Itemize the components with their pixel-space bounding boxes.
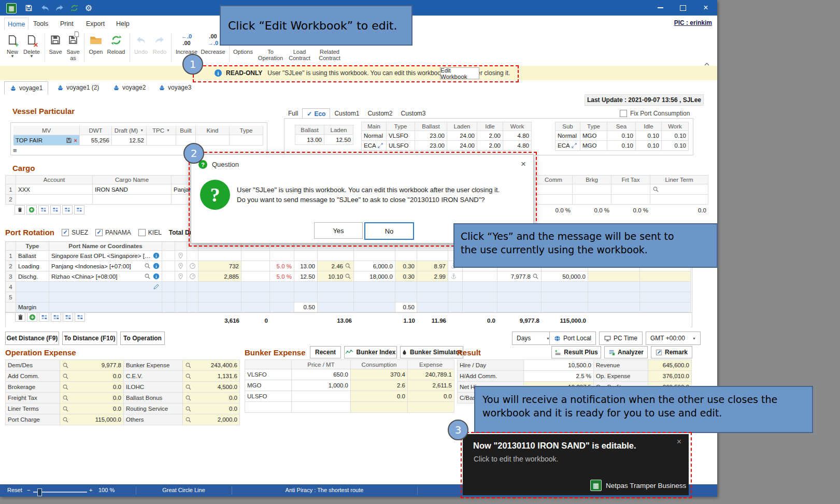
notification-close-icon[interactable]: × xyxy=(677,437,681,447)
result-plus-button[interactable]: Result Plus xyxy=(551,346,601,358)
edit-workbook-button[interactable]: Edit Workbook xyxy=(440,67,479,79)
vessel-kind-cell[interactable] xyxy=(196,135,230,146)
sub-cell[interactable]: 0.10 xyxy=(662,131,689,141)
cell[interactable] xyxy=(395,282,417,292)
panama-checkbox[interactable]: ✓PANAMA xyxy=(95,229,131,236)
cell[interactable] xyxy=(448,271,463,282)
cell[interactable]: 0.50 xyxy=(294,303,318,312)
sub-cell[interactable]: 0.10 xyxy=(636,141,662,151)
main-cell[interactable]: 4.80 xyxy=(503,141,532,151)
cell[interactable] xyxy=(16,292,49,303)
fuel-tab-full[interactable]: Full xyxy=(284,108,302,118)
cell[interactable] xyxy=(417,251,448,261)
close-button[interactable]: × xyxy=(694,0,717,16)
minimize-button[interactable] xyxy=(649,0,672,16)
save-as-button[interactable]: Save as xyxy=(64,32,82,63)
cell[interactable] xyxy=(354,292,395,303)
cell[interactable] xyxy=(198,251,241,261)
vessel-type-cell[interactable] xyxy=(230,135,263,146)
cell[interactable] xyxy=(270,251,294,261)
cell[interactable] xyxy=(270,282,294,292)
route-mode-label[interactable]: Great Circle Line xyxy=(136,487,232,493)
cell[interactable] xyxy=(354,251,395,261)
cell[interactable]: 0.30 xyxy=(395,261,417,271)
cell[interactable]: 2,611.5 xyxy=(408,380,454,391)
cell[interactable]: 0.0 xyxy=(408,391,454,402)
vessel-tpc-cell[interactable] xyxy=(147,135,176,146)
grid-icon[interactable] xyxy=(63,312,73,322)
cell[interactable] xyxy=(640,303,691,312)
cell[interactable] xyxy=(175,292,187,303)
anti-piracy-label[interactable]: Anti Piracy : The shortest route xyxy=(232,487,417,493)
cell[interactable] xyxy=(318,251,354,261)
cell[interactable] xyxy=(292,402,351,413)
get-distance-button[interactable]: Get Distance (F9) xyxy=(5,332,59,345)
cargo-cell[interactable] xyxy=(573,184,611,195)
cargo-cell[interactable] xyxy=(650,195,708,205)
vessel-list-icon[interactable]: ≡ xyxy=(13,147,17,154)
cell[interactable] xyxy=(175,251,187,261)
grid-icon[interactable] xyxy=(51,312,61,322)
cell[interactable] xyxy=(187,271,198,282)
sub-cell[interactable]: MGO xyxy=(580,131,607,141)
cell[interactable]: 7,977.8 xyxy=(497,271,542,282)
cell[interactable]: 2,000.0 xyxy=(183,414,240,425)
cell[interactable]: 0.0 xyxy=(60,382,124,393)
cell[interactable]: Rizhao <China> [+08:00] xyxy=(49,271,162,282)
cell[interactable] xyxy=(49,292,162,303)
cell[interactable] xyxy=(241,251,270,261)
cell[interactable]: 0.30 xyxy=(395,271,417,282)
add-row-icon[interactable] xyxy=(27,312,37,322)
cell[interactable] xyxy=(16,282,49,292)
cell[interactable] xyxy=(448,303,463,312)
main-cell[interactable]: 2.00 xyxy=(477,141,503,151)
cargo-cell[interactable] xyxy=(611,184,650,195)
notification-toast[interactable]: Now "20130110 IRON SAND" is editable. Cl… xyxy=(463,434,689,495)
vessel-dwt-cell[interactable]: 55,256 xyxy=(80,135,112,146)
days-dropdown[interactable]: Days▼ xyxy=(512,332,554,345)
port-local-button[interactable]: Port Local xyxy=(549,332,596,345)
cell[interactable] xyxy=(49,282,162,292)
cell[interactable]: 2,885 xyxy=(198,271,241,282)
cell[interactable]: 0.0 xyxy=(60,371,124,382)
speed-ballast-cell[interactable]: 13.00 xyxy=(295,135,324,145)
gmt-dropdown[interactable]: GMT +00:00▼ xyxy=(646,332,701,345)
cell[interactable] xyxy=(395,292,417,303)
fuel-tab-custom1[interactable]: Custom1 xyxy=(330,108,363,118)
cell[interactable] xyxy=(463,271,497,282)
cell[interactable] xyxy=(417,282,448,292)
cell[interactable] xyxy=(318,292,354,303)
refresh-icon[interactable] xyxy=(69,3,79,12)
cell[interactable] xyxy=(497,282,542,292)
cell[interactable] xyxy=(198,282,241,292)
vessel-col-draft[interactable]: Draft (M)▼ xyxy=(112,126,147,135)
cargo-cell[interactable] xyxy=(535,195,573,205)
cell[interactable] xyxy=(497,292,542,303)
cell[interactable] xyxy=(187,292,198,303)
cargo-cell-account[interactable]: XXX xyxy=(16,184,93,195)
cell[interactable]: 1,000.0 xyxy=(292,380,351,391)
cell[interactable]: 5.0 % xyxy=(270,261,294,271)
delete-row-icon[interactable] xyxy=(15,312,25,322)
cell[interactable] xyxy=(175,303,187,312)
save-icon[interactable] xyxy=(24,3,33,12)
cell[interactable]: 50,000.0 xyxy=(542,271,588,282)
save-button[interactable]: Save xyxy=(48,32,63,63)
main-cell[interactable]: 24.00 xyxy=(447,141,477,151)
cell[interactable]: 10,500.0 xyxy=(524,360,594,371)
tab-voyage1-2[interactable]: voyage1 (2) xyxy=(52,81,104,94)
cell[interactable] xyxy=(588,292,640,303)
sub-cell[interactable]: 0.10 xyxy=(607,131,636,141)
cargo-cell-account[interactable] xyxy=(16,195,93,205)
menu-home[interactable]: Home xyxy=(4,18,29,30)
cell[interactable]: 8.97 xyxy=(417,261,448,271)
main-cell[interactable]: ULSFO xyxy=(387,141,415,151)
cell[interactable] xyxy=(162,303,175,312)
cell[interactable]: 2.6 xyxy=(351,380,408,391)
cell[interactable] xyxy=(175,282,187,292)
cell[interactable] xyxy=(542,282,588,292)
cell[interactable] xyxy=(49,303,162,312)
cell[interactable]: 0.0 xyxy=(183,404,240,414)
cell[interactable] xyxy=(448,282,463,292)
cell[interactable]: 2.46 xyxy=(318,261,354,271)
